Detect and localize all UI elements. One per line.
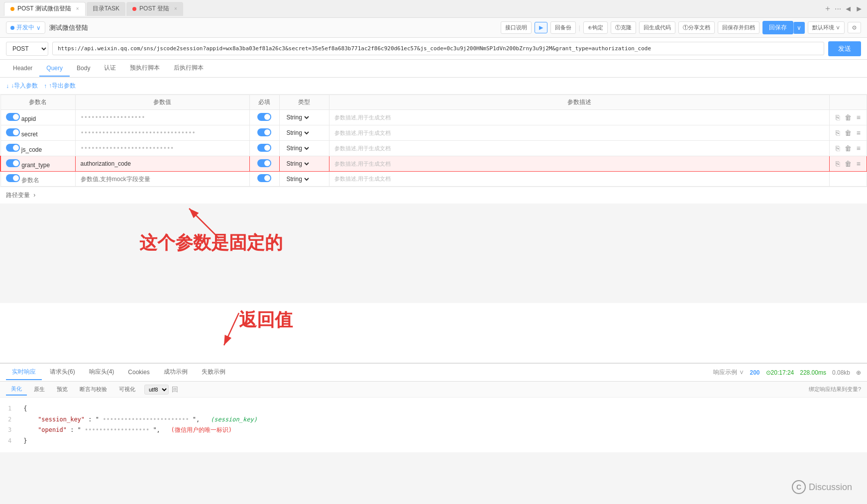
more-row-button[interactable]: ≡ <box>856 143 862 153</box>
delete-row-button[interactable]: 🗑 <box>844 112 853 122</box>
save-button-group: 回保存 ∨ <box>762 21 805 34</box>
row-toggle-granttype[interactable] <box>6 159 20 167</box>
delete-row-button[interactable]: 🗑 <box>844 143 853 153</box>
return-arrow-container: 返回值 <box>209 308 299 354</box>
save-button[interactable]: 回保存 <box>762 21 793 34</box>
encoding-select[interactable]: utf8 <box>144 385 169 395</box>
clone-button[interactable]: ①克隆 <box>611 21 636 34</box>
path-variables-section[interactable]: 路径变量 › <box>0 187 867 203</box>
tab-request-headers[interactable]: 请求头(6) <box>44 365 81 380</box>
bind-response-action[interactable]: 绑定响应结果到变量? <box>809 386 861 393</box>
save-dropdown-button[interactable]: ∨ <box>793 22 805 34</box>
tab-query[interactable]: Query <box>39 61 70 77</box>
row-type-appid[interactable]: String <box>285 113 311 121</box>
bottom-tabs: 实时响应 请求头(6) 响应头(4) Cookies 成功示例 失败示例 响应示… <box>0 364 867 382</box>
row-toggle-appid[interactable] <box>6 113 20 121</box>
tab-fail-example[interactable]: 失败示例 <box>196 365 231 380</box>
bottom-panel: 实时响应 请求头(6) 响应头(4) Cookies 成功示例 失败示例 响应示… <box>0 363 867 452</box>
new-param-value-input[interactable] <box>81 176 220 183</box>
tab-close-icon[interactable]: × <box>76 6 79 11</box>
watermark: C Discussion <box>792 480 852 494</box>
row-value-jscode: •••••••••••••••••••••••••• <box>81 145 174 152</box>
subtab-beautify[interactable]: 美化 <box>6 383 27 396</box>
url-bar: POST GET PUT DELETE 发送 <box>0 38 867 60</box>
more-row-button[interactable]: ≡ <box>856 112 862 122</box>
row-required-granttype[interactable] <box>257 159 271 167</box>
watermark-text: Discussion <box>809 482 852 493</box>
tab-post-login[interactable]: POST 登陆 × <box>126 2 183 16</box>
env-default-button[interactable]: 默认环境 ∨ <box>808 21 845 34</box>
params-table: 参数名 参数值 必填 类型 参数描述 appid •••••••••••••••… <box>0 95 867 187</box>
save-archive-button[interactable]: 回保存并归档 <box>718 21 759 34</box>
tab-cookies[interactable]: Cookies <box>122 366 155 380</box>
more-row-button[interactable]: ≡ <box>856 128 862 138</box>
add-tab-button[interactable]: ＋ <box>824 3 832 14</box>
import-params-button[interactable]: ↓ ↓导入参数 <box>6 82 38 90</box>
tab-post-script[interactable]: 后执行脚本 <box>167 60 211 77</box>
tab-auth[interactable]: 认证 <box>97 60 123 77</box>
row-toggle-secret[interactable] <box>6 128 20 136</box>
col-name-header: 参数名 <box>0 95 75 110</box>
tab-success-example[interactable]: 成功示例 <box>158 365 194 380</box>
response-example-label[interactable]: 响应示例 ∨ <box>713 368 744 377</box>
delete-row-button[interactable]: 🗑 <box>844 159 853 169</box>
tab-close-icon2[interactable]: × <box>174 6 177 11</box>
tab-realtime-response[interactable]: 实时响应 <box>6 365 42 380</box>
new-param-name-input[interactable] <box>21 177 61 184</box>
share-doc-button[interactable]: ①分享文档 <box>678 21 715 34</box>
response-time: ⊙20:17:24 <box>766 369 794 376</box>
subtab-visualize[interactable]: 可视化 <box>114 384 140 395</box>
gen-code-button[interactable]: 回生成代码 <box>639 21 675 34</box>
run-button[interactable]: ▶ <box>535 22 547 33</box>
tab-task[interactable]: 目录TASK <box>87 2 125 16</box>
col-desc-header: 参数描述 <box>329 95 829 110</box>
copy-row-button[interactable]: ⎘ <box>835 112 841 122</box>
row-required-secret[interactable] <box>257 128 271 136</box>
row-toggle-jscode[interactable] <box>6 144 20 152</box>
settings-button[interactable]: ⊙ <box>848 22 861 33</box>
row-required-new[interactable] <box>257 174 271 182</box>
export-icon: ↑ <box>44 83 47 90</box>
param-actions: ↓ ↓导入参数 ↑ ↑导出参数 <box>0 78 867 95</box>
col-type-header: 类型 <box>279 95 329 110</box>
copy-row-button[interactable]: ⎘ <box>835 128 841 138</box>
tab-response-headers[interactable]: 响应头(4) <box>83 365 120 380</box>
method-select[interactable]: POST GET PUT DELETE <box>6 42 48 56</box>
row-type-granttype[interactable]: String <box>285 160 311 168</box>
subtab-preview[interactable]: 预览 <box>52 384 73 395</box>
row-type-new[interactable]: String <box>285 175 311 183</box>
more-tabs-button[interactable]: ··· <box>835 4 841 13</box>
env-selector[interactable]: 开发中 ∨ <box>6 21 45 34</box>
tab-bar-actions: ＋ ··· ◄ ► <box>824 3 863 14</box>
copy-row-button[interactable]: ⎘ <box>835 159 841 169</box>
row-actions: ⎘🗑≡ <box>835 112 862 122</box>
tab-pre-script[interactable]: 预执行脚本 <box>123 60 167 77</box>
delete-row-button[interactable]: 🗑 <box>844 128 853 138</box>
interface-doc-button[interactable]: 接口说明 <box>501 21 532 34</box>
send-button[interactable]: 发送 <box>828 41 861 56</box>
row-required-appid[interactable] <box>257 113 271 121</box>
subtab-raw[interactable]: 原生 <box>29 384 50 395</box>
row-value-secret: •••••••••••••••••••••••••••••••• <box>81 129 196 136</box>
export-params-button[interactable]: ↑ ↑导出参数 <box>44 82 76 90</box>
tab-body[interactable]: Body <box>70 61 97 77</box>
pin-button[interactable]: ⊕钩定 <box>583 21 608 34</box>
tab-next-button[interactable]: ► <box>855 4 863 13</box>
expand-button[interactable]: 回 <box>171 384 179 395</box>
tab-prev-button[interactable]: ◄ <box>844 4 852 13</box>
row-toggle-new[interactable] <box>6 174 20 182</box>
row-required-jscode[interactable] <box>257 144 271 152</box>
subtab-assert[interactable]: 断言与校验 <box>75 384 112 395</box>
row-type-secret[interactable]: String <box>285 129 311 137</box>
tab-header[interactable]: Header <box>6 61 39 77</box>
tab-bar: POST 测试微信登陆 × 目录TASK POST 登陆 × ＋ ··· ◄ ► <box>0 0 867 18</box>
col-required-header: 必填 <box>249 95 279 110</box>
bottom-sub-tabs: 美化 原生 预览 断言与校验 可视化 utf8 回 绑定响应结果到变量? <box>0 382 867 398</box>
row-type-jscode[interactable]: String <box>285 144 311 152</box>
more-row-button[interactable]: ≡ <box>856 159 862 169</box>
copy-row-button[interactable]: ⎘ <box>835 143 841 153</box>
env-chevron-icon: ∨ <box>36 24 41 31</box>
tab-post-wechat-login[interactable]: POST 测试微信登陆 × <box>4 2 86 16</box>
url-input[interactable] <box>52 42 824 55</box>
backup-button[interactable]: 回备份 <box>550 21 576 34</box>
